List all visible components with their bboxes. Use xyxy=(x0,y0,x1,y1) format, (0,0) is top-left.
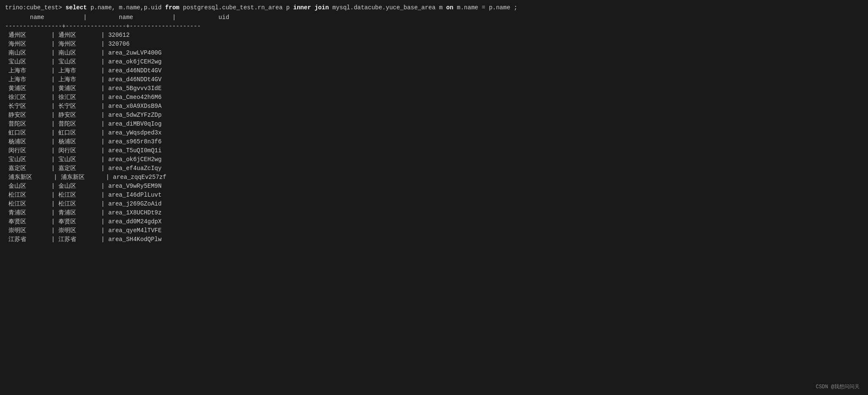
on-keyword: on xyxy=(446,4,453,11)
table-header: name | name | uid xyxy=(5,13,863,22)
table-row: 崇明区 | 崇明区 | area_qyeM4lTVFE xyxy=(5,226,863,235)
table-row: 上海市 | 上海市 | area_d46NDDt4GV xyxy=(5,75,863,84)
table-row: 嘉定区 | 嘉定区 | area_ef4uaZcIqy xyxy=(5,164,863,173)
table-row: 宝山区 | 宝山区 | area_ok6jCEH2wg xyxy=(5,155,863,164)
table-row: 杨浦区 | 杨浦区 | area_s965r8n3f6 xyxy=(5,137,863,146)
table-row: 金山区 | 金山区 | area_V9wRy5EM9N xyxy=(5,182,863,191)
table-row: 海州区 | 海州区 | 320706 xyxy=(5,40,863,49)
table-row: 浦东新区 | 浦东新区 | area_zqqEv257zf xyxy=(5,173,863,182)
table-row: 长宁区 | 长宁区 | area_x0A9XDsB9A xyxy=(5,102,863,111)
table-row: 南山区 | 南山区 | area_2uwLVP400G xyxy=(5,49,863,58)
col2-header: name xyxy=(119,14,133,21)
from-keyword: from xyxy=(165,4,180,11)
select-keyword: select xyxy=(66,4,87,11)
table-row: 上海市 | 上海市 | area_d46NDDt4GV xyxy=(5,66,863,75)
data-rows-container: 通州区 | 通州区 | 320612 海州区 | 海州区 | 320706 南山… xyxy=(5,31,863,244)
sql-fields: p.name, m.name,p.uid xyxy=(87,4,165,11)
watermark: CSDN @我想问问天 xyxy=(816,383,860,391)
join-keyword: join xyxy=(315,4,329,11)
table-row: 虹口区 | 虹口区 | area_yWqsdped3x xyxy=(5,129,863,137)
terminal-window: trino:cube_test> select p.name, m.name,p… xyxy=(5,3,863,244)
table-row: 松江区 | 松江区 | area_I46dPlLuvt xyxy=(5,191,863,200)
sql-command-line: trino:cube_test> select p.name, m.name,p… xyxy=(5,3,863,12)
table-row: 青浦区 | 青浦区 | area_1X8UCHDt9z xyxy=(5,208,863,217)
col3-header: uid xyxy=(218,14,229,21)
table-row: 通州区 | 通州区 | 320612 xyxy=(5,31,863,40)
separator: ----------------+-----------------+-----… xyxy=(5,22,863,31)
table-row: 奉贤区 | 奉贤区 | area_dd0M24gdpX xyxy=(5,217,863,226)
sql-condition: m.name = p.name ; xyxy=(453,4,517,11)
sql-table1: postgresql.cube_test.rn_area p xyxy=(180,4,293,11)
sql-table2: mysql.datacube.yuce_base_area m xyxy=(329,4,446,11)
col1-header: name xyxy=(30,14,44,21)
table-row: 闵行区 | 闵行区 | area_T5uQI0mQ1i xyxy=(5,146,863,155)
table-row: 江苏省 | 江苏省 | area_SH4KodQPlw xyxy=(5,235,863,244)
table-row: 静安区 | 静安区 | area_5dwZYFzZDp xyxy=(5,111,863,120)
table-row: 黄浦区 | 黄浦区 | area_5Bgvvv3IdE xyxy=(5,84,863,93)
table-row: 松江区 | 松江区 | area_j269GZoAid xyxy=(5,200,863,208)
table-row: 普陀区 | 普陀区 | area_diMBV0qIog xyxy=(5,120,863,129)
inner-keyword: inner xyxy=(293,4,311,11)
table-row: 宝山区 | 宝山区 | area_ok6jCEH2wg xyxy=(5,58,863,66)
table-row: 徐汇区 | 徐汇区 | area_Cmeo42h6M6 xyxy=(5,93,863,102)
prompt: trino:cube_test> xyxy=(5,4,62,11)
